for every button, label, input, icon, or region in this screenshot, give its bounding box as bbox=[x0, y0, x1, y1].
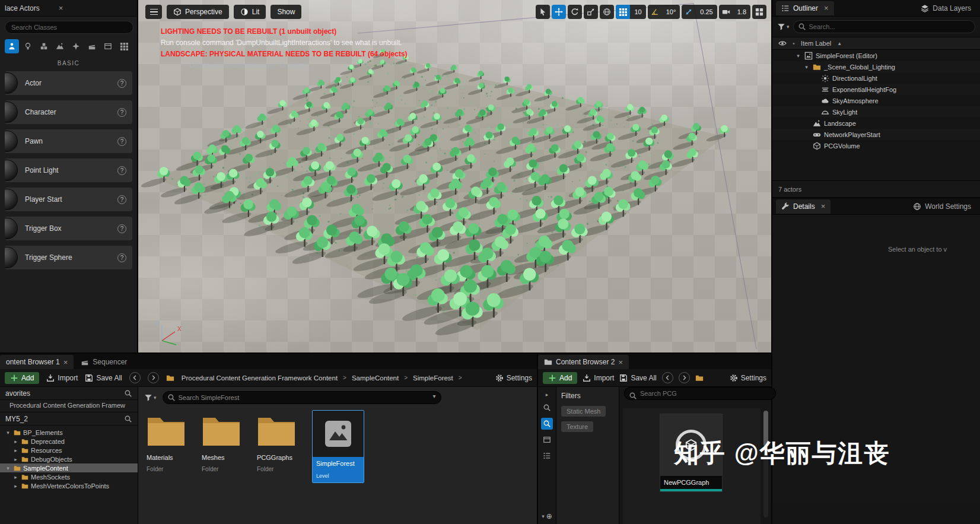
folder-meshsockets[interactable]: ▸ MeshSockets bbox=[0, 472, 138, 481]
help-icon[interactable]: ? bbox=[117, 253, 126, 262]
place-actor-trigger-box[interactable]: Trigger Box ? bbox=[5, 217, 132, 240]
cb1-search-input[interactable] bbox=[163, 391, 441, 404]
choose-path-folder-icon[interactable] bbox=[166, 374, 174, 382]
tab-content-browser-2[interactable]: Content Browser 2 × bbox=[538, 355, 629, 369]
chevron-down-icon[interactable]: ▾ bbox=[542, 513, 545, 519]
filter-chip-static-mesh[interactable]: Static Mesh bbox=[561, 406, 606, 417]
folder-samplecontent[interactable]: ▾ SampleContent bbox=[0, 463, 138, 472]
folder-resources[interactable]: ▸ Resources bbox=[0, 446, 138, 455]
camera-speed-icon[interactable] bbox=[719, 5, 733, 19]
grid-snap-value[interactable]: 10 bbox=[630, 5, 645, 19]
outliner-row-simpleforest-editor[interactable]: ▾ SimpleForest (Editor) bbox=[772, 50, 980, 61]
world-local-toggle[interactable] bbox=[600, 5, 614, 19]
close-icon[interactable]: × bbox=[63, 358, 68, 366]
forward-button[interactable] bbox=[679, 372, 690, 383]
search-toggle-button[interactable] bbox=[541, 418, 553, 430]
category-all[interactable] bbox=[117, 39, 131, 53]
place-actor-actor[interactable]: Actor ? bbox=[5, 71, 132, 95]
scale-snap-value[interactable]: 0.25 bbox=[696, 5, 717, 19]
tab-world-settings[interactable]: World Settings bbox=[908, 199, 976, 214]
cb1-filter-button[interactable]: ▾ bbox=[144, 393, 157, 402]
viewport-menu-button[interactable] bbox=[145, 5, 162, 19]
asset-materials[interactable]: Materials Folder bbox=[147, 410, 194, 472]
grid-snap-toggle[interactable] bbox=[616, 5, 630, 19]
close-icon[interactable]: × bbox=[618, 358, 623, 366]
maximize-viewport-button[interactable] bbox=[752, 5, 766, 19]
add-button[interactable]: Add bbox=[543, 372, 577, 384]
expander-icon[interactable]: ▸ bbox=[12, 447, 19, 453]
help-icon[interactable]: ? bbox=[117, 166, 126, 175]
eye-icon[interactable] bbox=[778, 39, 787, 47]
tab-place-actors[interactable]: lace Actors bbox=[5, 4, 40, 12]
place-actor-pawn[interactable]: Pawn ? bbox=[5, 129, 132, 153]
help-icon[interactable]: ? bbox=[117, 79, 126, 88]
tab-data-layers[interactable]: Data Layers bbox=[915, 1, 976, 15]
move-tool[interactable] bbox=[552, 5, 566, 19]
add-button[interactable]: Add bbox=[5, 372, 39, 384]
favorites-item[interactable]: Procedural Content Generation Framew bbox=[0, 400, 138, 412]
asset-simpleforest[interactable]: SimpleForest Level bbox=[312, 410, 364, 483]
cb2-search-input[interactable] bbox=[624, 387, 776, 400]
show-button[interactable]: Show bbox=[271, 5, 301, 19]
lit-mode-button[interactable]: Lit bbox=[234, 5, 266, 19]
camera-speed-value[interactable]: 1.8 bbox=[733, 5, 750, 19]
category-cinematics[interactable] bbox=[85, 39, 99, 53]
outliner-filter-button[interactable]: ▾ bbox=[777, 23, 790, 31]
outliner-row-scene-global-lighting[interactable]: ▾ _Scene_Global_Lighting bbox=[772, 61, 980, 72]
outliner-row-exponentialheightfog[interactable]: ExponentialHeightFog bbox=[772, 84, 980, 95]
import-button[interactable]: Import bbox=[46, 374, 78, 382]
select-tool[interactable] bbox=[536, 5, 550, 19]
close-icon[interactable]: × bbox=[59, 4, 63, 12]
expander-icon[interactable]: ▾ bbox=[5, 430, 11, 436]
folder-deprecated[interactable]: ▸ Deprecated bbox=[0, 437, 138, 446]
close-icon[interactable]: × bbox=[821, 202, 826, 210]
tab-details[interactable]: Details × bbox=[776, 199, 831, 214]
expander-icon[interactable]: ▸ bbox=[12, 456, 19, 462]
asset-meshes[interactable]: Meshes Folder bbox=[202, 410, 249, 472]
expander-icon[interactable]: ▾ bbox=[803, 64, 810, 70]
help-icon[interactable]: ? bbox=[117, 108, 126, 117]
column-view-icon[interactable] bbox=[541, 434, 553, 446]
outliner-row-landscape[interactable]: Landscape bbox=[772, 117, 980, 129]
scale-tool[interactable] bbox=[584, 5, 598, 19]
asset-pcggraphs[interactable]: PCGGraphs Folder bbox=[257, 410, 304, 472]
breadcrumb-segment[interactable]: Procedural Content Generation Framework … bbox=[182, 374, 338, 382]
folder-bp-elements[interactable]: ▾ BP_Elements bbox=[0, 428, 138, 437]
expander-icon[interactable]: ▸ bbox=[12, 474, 19, 480]
outliner-row-directionallight[interactable]: DirectionalLight bbox=[772, 72, 980, 84]
filter-chip-texture[interactable]: Texture bbox=[561, 421, 593, 432]
folder-meshvertexcolorstopoints[interactable]: ▸ MeshVertexColorsToPoints bbox=[0, 481, 138, 490]
category-effects[interactable] bbox=[69, 39, 83, 53]
outliner-row-networkplayerstart[interactable]: NetworkPlayerStart bbox=[772, 129, 980, 140]
help-icon[interactable]: ? bbox=[117, 195, 126, 204]
category-landscape[interactable] bbox=[53, 39, 67, 53]
place-actor-trigger-sphere[interactable]: Trigger Sphere ? bbox=[5, 246, 132, 269]
expander-icon[interactable]: ▸ bbox=[12, 439, 19, 444]
save-all-button[interactable]: Save All bbox=[619, 374, 656, 382]
tab-sequencer[interactable]: Sequencer bbox=[75, 355, 133, 369]
perspective-button[interactable]: Perspective bbox=[167, 5, 229, 19]
expander-icon[interactable]: ▸ bbox=[12, 483, 19, 489]
save-all-button[interactable]: Save All bbox=[85, 374, 122, 382]
breadcrumb-segment[interactable]: SimpleForest bbox=[413, 374, 453, 382]
category-lights[interactable] bbox=[21, 39, 35, 53]
favorites-header[interactable]: avorites bbox=[0, 387, 138, 400]
search-icon[interactable] bbox=[124, 389, 132, 398]
outliner-column-header[interactable]: • Item Label ▲ bbox=[772, 37, 980, 50]
scale-snap-toggle[interactable] bbox=[682, 5, 696, 19]
viewport-3d[interactable]: LIGHTING NEEDS TO BE REBUILT (1 unbuilt … bbox=[138, 0, 771, 352]
help-icon[interactable]: ? bbox=[117, 137, 126, 146]
help-icon[interactable]: ? bbox=[117, 224, 126, 233]
category-actors[interactable] bbox=[5, 39, 19, 53]
sources-search-icon[interactable] bbox=[541, 402, 553, 414]
outliner-row-skyatmosphere[interactable]: SkyAtmosphere bbox=[772, 95, 980, 106]
outliner-row-skylight[interactable]: SkyLight bbox=[772, 106, 980, 117]
back-button[interactable] bbox=[129, 372, 141, 383]
expander-icon[interactable]: ▾ bbox=[5, 465, 11, 471]
search-classes-input[interactable] bbox=[5, 21, 133, 34]
search-dropdown-icon[interactable]: ▾ bbox=[433, 393, 436, 399]
place-actor-character[interactable]: Character ? bbox=[5, 100, 132, 124]
tab-outliner[interactable]: Outliner × bbox=[776, 1, 834, 15]
place-actor-point-light[interactable]: Point Light ? bbox=[5, 158, 132, 182]
tab-content-browser-1[interactable]: ontent Browser 1 × bbox=[0, 355, 74, 369]
